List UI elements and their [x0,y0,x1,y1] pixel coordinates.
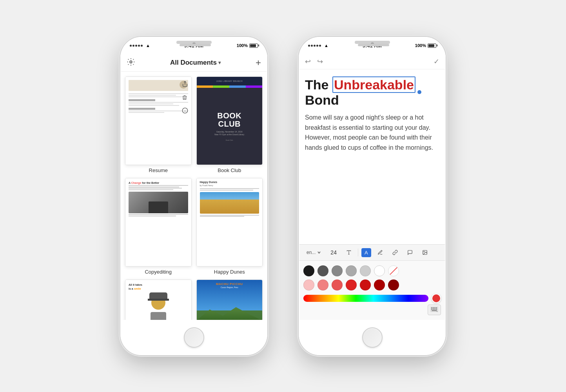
color-darkest-red[interactable] [388,279,399,290]
color-picker [299,260,446,320]
documents-navbar: All Documents ▾ + [120,54,267,72]
font-selector[interactable]: en... [303,248,324,257]
svg-point-0 [130,61,132,63]
home-button-2[interactable] [362,327,383,348]
scene: ▲ 9:41 AM 100% All Do [120,37,446,355]
pen-tool-button[interactable] [374,248,386,257]
svg-rect-13 [436,307,437,309]
signal-dot-2-1 [308,45,310,47]
svg-rect-15 [433,309,434,310]
signal-dots [130,45,143,47]
color-none[interactable] [388,265,399,276]
color-row-grays [303,265,441,276]
undo-button[interactable]: ↩ [305,57,311,66]
document-label-resume: Resume [149,167,168,173]
color-salmon[interactable] [317,279,328,290]
svg-rect-14 [431,309,432,310]
svg-rect-10 [431,307,432,309]
editor-toolbar: ↩ ↪ ✓ [299,54,446,69]
battery-percent-1: 100% [237,43,248,48]
editor-content: The Unbreakable Bond Some will say a goo… [299,69,446,244]
nav-chevron-icon: ▾ [218,60,221,65]
redo-button[interactable]: ↪ [317,57,323,66]
svg-point-8 [424,251,424,252]
delete-icon[interactable] [182,94,188,103]
font-size-field[interactable]: 24 [327,248,340,257]
signal-dot-5 [141,45,143,47]
svg-rect-11 [433,307,434,309]
battery-fill-2 [428,44,434,47]
signal-dot-3 [135,45,137,47]
signal-dot-2-2 [311,45,313,47]
document-item-machu[interactable]: MACHU PICCHU Cusco Region, Peru [196,279,263,320]
signal-dot-2-3 [314,45,316,47]
keyboard-dismiss-button[interactable] [428,305,441,315]
editor-body-text[interactable]: Some will say a good night's sleep or a … [305,113,439,240]
signal-dot-2 [132,45,134,47]
color-deeper-red[interactable] [374,279,385,290]
document-thumb-happydunes: Happy Dunes by Frank Henry [196,178,263,267]
wifi-icon-2: ▲ [324,43,328,48]
document-actions-resume [182,80,188,115]
text-color-button[interactable]: A [361,248,371,257]
signal-dot-4 [138,45,140,47]
color-dark-gray[interactable] [317,265,328,276]
link-button[interactable] [389,248,401,257]
document-item-smile[interactable]: All it takesis a smile [125,279,192,320]
phone-1: ▲ 9:41 AM 100% All Do [120,37,267,355]
font-style-button[interactable] [343,248,355,257]
signal-dot-1 [130,45,132,47]
phone2-bottom [299,320,446,355]
document-item-copyediting[interactable]: A Change for the Better [125,178,192,275]
color-indicator[interactable] [432,294,441,303]
format-divider-1 [358,249,358,256]
done-button[interactable]: ✓ [434,57,439,66]
battery-icon-1 [249,44,258,48]
add-document-button[interactable]: + [256,57,261,68]
phone-2: ▲ 9:41 AM 100% ↩ ↪ ✓ [299,37,446,355]
signal-dot-2-5 [319,45,321,47]
signal-dots-2 [308,45,321,47]
color-mid-red[interactable] [332,279,343,290]
documents-grid: Resume JUNE LIBRARY BRANCH [120,72,267,320]
document-label-bookclub: Book Club [218,167,241,173]
editor-title: The Unbreakable Bond [305,77,439,108]
color-row-reds [303,279,441,290]
status-right-1: 100% [237,43,258,48]
format-toolbar: en... 24 A [299,244,446,260]
document-label-copyediting: Copyediting [145,269,172,275]
document-item-resume[interactable]: Resume [125,76,192,173]
color-red[interactable] [346,279,357,290]
nav-title-text: All Documents [170,59,217,67]
color-black[interactable] [303,265,314,276]
status-right-2: 100% [415,43,436,48]
info-icon[interactable] [182,107,188,115]
color-lighter-gray[interactable] [360,265,371,276]
rainbow-slider-row [303,294,441,303]
share-icon[interactable] [182,80,188,89]
image-button[interactable] [419,248,431,257]
comment-button[interactable] [404,248,416,257]
color-dark-red[interactable] [360,279,371,290]
document-thumb-smile: All it takesis a smile [125,279,192,320]
title-highlight: Unbreakable [332,76,415,93]
document-thumb-copyediting: A Change for the Better [125,178,192,267]
document-item-bookclub[interactable]: JUNE LIBRARY BRANCH BOOKCLUB Saturday, N… [196,76,263,173]
keyboard-row [303,303,441,315]
document-label-happydunes: Happy Dunes [214,269,245,275]
svg-rect-17 [436,309,437,310]
rainbow-bar[interactable] [303,295,428,302]
battery-percent-2: 100% [415,43,426,48]
color-light-pink[interactable] [303,279,314,290]
svg-rect-16 [434,309,435,310]
svg-rect-12 [434,307,435,309]
document-item-happydunes[interactable]: Happy Dunes by Frank Henry H [196,178,263,275]
battery-icon-2 [428,44,436,48]
color-light-gray[interactable] [346,265,357,276]
home-button-1[interactable] [184,327,204,348]
settings-icon[interactable] [127,58,135,68]
nav-title[interactable]: All Documents ▾ [170,59,221,67]
speaker-bar [180,44,211,46]
color-white[interactable] [374,265,385,276]
color-medium-gray[interactable] [332,265,343,276]
